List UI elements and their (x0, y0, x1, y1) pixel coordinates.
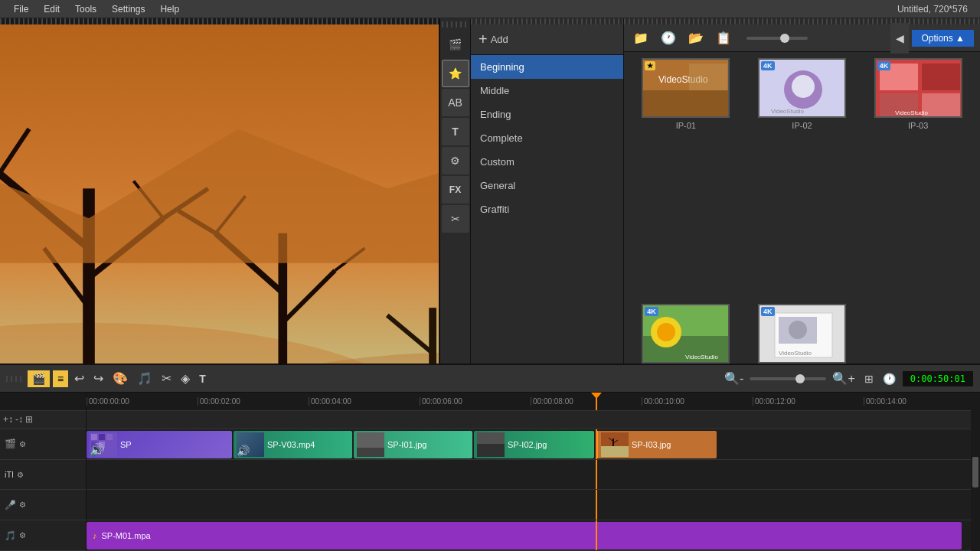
timeline-zoom-thumb[interactable] (795, 374, 805, 383)
thumbnail-IP-02[interactable]: VideoStudio 4K IP-02 (746, 58, 858, 299)
zoom-out-btn[interactable]: 🔍- (721, 370, 746, 387)
music-track: ♪ SP-M01.mpa (87, 520, 971, 551)
library-header: + Add (471, 24, 623, 55)
voice-track-settings[interactable]: ⚙ (19, 500, 26, 509)
clip-spi01-thumb-svg (357, 432, 384, 457)
effects-button[interactable]: ⚙ (442, 147, 469, 174)
svg-marker-20 (0, 129, 439, 262)
track-playhead-2 (596, 460, 597, 490)
menubar: File Edit Tools Settings Help Untitled, … (0, 0, 980, 18)
menu-edit[interactable]: Edit (36, 2, 67, 16)
titles-button[interactable]: AB (442, 89, 469, 116)
category-beginning[interactable]: Beginning (471, 55, 623, 79)
clip-spi03-label: SP-I03.jpg (632, 440, 671, 449)
scrollbar-thumb-v[interactable] (972, 457, 978, 487)
menu-settings[interactable]: Settings (104, 2, 152, 16)
clip-spv03[interactable]: SP-V03.mp4 🔊 (234, 431, 352, 458)
menu-tools[interactable]: Tools (67, 2, 104, 16)
zoom-slider[interactable] (746, 37, 808, 40)
ruler-mark-3: 00:00:06:00 (420, 397, 531, 406)
timeline-transition-btn[interactable]: ◈ (178, 370, 193, 387)
timeline-track-btn[interactable]: ≡ (53, 370, 68, 387)
text-button[interactable]: T (442, 118, 469, 145)
options-button[interactable]: Options ▲ (912, 30, 974, 47)
track-playhead-4 (596, 520, 597, 550)
audio-clip-spm01[interactable]: ♪ SP-M01.mpa (87, 522, 962, 549)
instant-project-button[interactable]: ⭐ (442, 60, 469, 87)
timeline-scrollbar-v[interactable] (971, 393, 980, 551)
svg-rect-52 (357, 448, 384, 457)
clip-spi02[interactable]: SP-I02.jpg (474, 431, 594, 458)
category-complete[interactable]: Complete (471, 126, 623, 150)
ruler-mark-2: 00:00:04:00 (309, 397, 420, 406)
sort-button[interactable]: 📂 (685, 29, 707, 47)
media-library-button[interactable]: 🎬 (442, 31, 469, 58)
clip-sp[interactable]: SP 🔊 (87, 431, 232, 458)
clock-btn[interactable]: 🕐 (880, 371, 899, 386)
menu-help[interactable]: Help (152, 2, 187, 16)
storyboard-button[interactable]: ⊞ (25, 414, 33, 425)
menu-file[interactable]: File (6, 2, 36, 16)
app-title: Untitled, 720*576 (897, 4, 974, 15)
timeline-zoom-slider[interactable] (750, 377, 826, 380)
clip-spi03-thumb-svg (601, 432, 629, 457)
timeline-toolbar: 🎬 ≡ ↩ ↪ 🎨 🎵 ✂ ◈ T 🔍- 🔍+ ⊞ 🕐 0:00:50:01 (0, 365, 980, 393)
side-toolbar-handle (442, 21, 469, 28)
playhead[interactable] (596, 393, 597, 410)
track-playhead-3 (596, 490, 597, 520)
clip-spi02-thumb-svg (477, 432, 505, 457)
svg-point-43 (789, 321, 807, 339)
svg-text:VideoStudio: VideoStudio (895, 109, 929, 116)
zoom-in-btn[interactable]: 🔍+ (829, 370, 858, 387)
svg-rect-24 (689, 64, 727, 90)
collapse-button[interactable]: ◀ (890, 23, 909, 54)
category-graffiti[interactable]: Graffiti (471, 197, 623, 221)
add-track-button[interactable]: +↕ (3, 414, 13, 425)
track-playhead-1 (596, 429, 597, 459)
svg-rect-51 (357, 432, 384, 448)
timeline-undo-btn[interactable]: ↩ (71, 370, 87, 387)
timeline-text-btn[interactable]: T (196, 371, 209, 386)
thumbnail-IP-03[interactable]: VideoStudio 4K IP-03 (862, 58, 974, 299)
remove-track-button[interactable]: -↕ (15, 414, 23, 425)
voice-track-icon: 🎤 (5, 500, 16, 510)
svg-line-13 (283, 270, 335, 322)
fit-btn[interactable]: ⊞ (861, 371, 877, 386)
timeline-split-btn[interactable]: ✂ (158, 370, 175, 387)
category-middle[interactable]: Middle (471, 79, 623, 103)
video-track-icon: 🎬 (5, 439, 16, 449)
category-custom[interactable]: Custom (471, 150, 623, 174)
text-track-settings[interactable]: ⚙ (17, 471, 24, 479)
voice-track (87, 490, 971, 520)
sort2-button[interactable]: 📋 (713, 29, 734, 47)
IP-01-label: IP-01 (676, 121, 696, 130)
transition-button[interactable]: ✂ (442, 205, 469, 233)
clip-spi03[interactable]: SP-I03.jpg (596, 431, 717, 458)
thumbnail-IP-01[interactable]: VideoStudio ★ IP-01 (630, 58, 742, 299)
thumb-toolbar: 📁 🕐 📂 📋 ◀ Options ▲ (624, 24, 980, 52)
category-ending[interactable]: Ending (471, 103, 623, 126)
clip-sp-audio-icon: 🔊 (90, 442, 105, 457)
audio-clip-label: SP-M01.mpa (102, 531, 151, 540)
clip-spi01[interactable]: SP-I01.jpg (354, 431, 472, 458)
settings-thumb-button[interactable]: 🕐 (658, 29, 679, 47)
timeline-audio-btn[interactable]: 🎵 (134, 370, 155, 387)
ruler-mark-4: 00:00:08:00 (531, 397, 642, 406)
library-drag-handle (471, 18, 623, 24)
timeline-redo-btn[interactable]: ↪ (90, 370, 106, 387)
add-label: Add (491, 34, 508, 45)
IP-01-badge: ★ (645, 61, 655, 70)
folder-browse-button[interactable]: 📁 (630, 29, 652, 47)
svg-rect-31 (922, 64, 960, 90)
video-track-settings[interactable]: ⚙ (19, 440, 26, 448)
add-button[interactable]: + (479, 31, 488, 48)
music-track-settings[interactable]: ⚙ (19, 531, 26, 540)
text-track-icon: iTl (5, 470, 14, 479)
zoom-thumb[interactable] (780, 34, 789, 43)
clip-spi01-thumb (357, 432, 384, 457)
fx-button[interactable]: FX (442, 176, 469, 204)
svg-rect-48 (106, 434, 113, 440)
timeline-video-btn[interactable]: 🎬 (28, 370, 50, 387)
timeline-color-btn[interactable]: 🎨 (109, 370, 131, 387)
category-general[interactable]: General (471, 174, 623, 197)
